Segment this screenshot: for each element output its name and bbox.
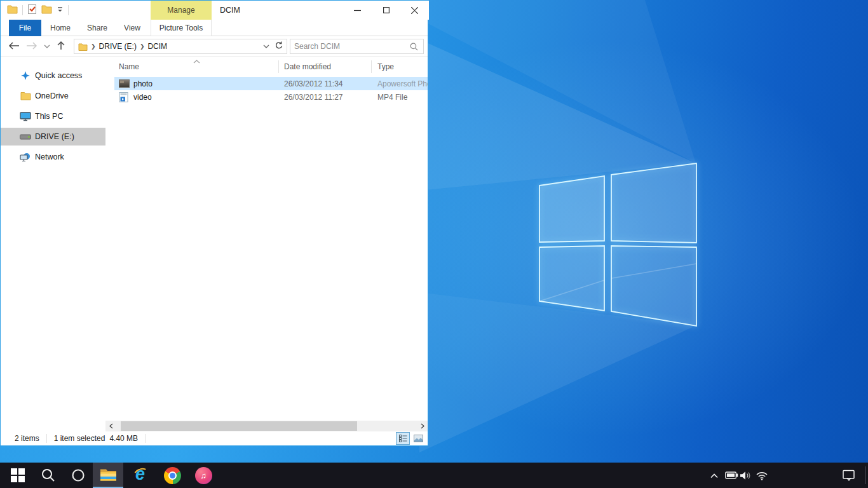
search-icon <box>41 468 55 482</box>
breadcrumb-chevron-icon: ❯ <box>137 43 148 50</box>
recent-locations-button[interactable] <box>44 42 50 51</box>
breadcrumb-drive-e[interactable]: DRIVE (E:) <box>99 42 137 51</box>
file-list: Name Date modified Type photo 26/03/2012… <box>105 57 428 421</box>
sidebar-item-onedrive[interactable]: OneDrive <box>1 87 105 105</box>
tab-home[interactable]: Home <box>44 20 77 36</box>
file-date-modified: 26/03/2012 11:27 <box>284 93 343 102</box>
status-divider <box>46 434 47 443</box>
scroll-right-arrow-icon[interactable] <box>417 421 428 431</box>
horizontal-scrollbar[interactable] <box>105 421 428 431</box>
taskbar-itunes-button[interactable]: ♫ <box>189 463 217 488</box>
tab-view[interactable]: View <box>116 20 148 36</box>
refresh-button[interactable] <box>275 41 283 51</box>
chevron-down-icon <box>263 44 269 49</box>
sidebar-item-drive-e[interactable]: DRIVE (E:) <box>1 128 105 146</box>
minimize-button[interactable] <box>343 1 372 20</box>
sidebar-item-this-pc[interactable]: This PC <box>1 107 105 125</box>
file-explorer-icon <box>100 468 117 482</box>
start-button[interactable] <box>5 463 31 488</box>
itunes-icon: ♫ <box>195 467 212 484</box>
file-row-video[interactable]: video 26/03/2012 11:27 MP4 File <box>114 90 428 104</box>
volume-tray-button[interactable] <box>737 463 754 488</box>
selection-size: 4.40 MB <box>109 434 138 443</box>
close-icon <box>411 7 418 14</box>
taskbar-internet-explorer-button[interactable]: e <box>128 463 156 488</box>
action-center-button[interactable] <box>837 463 860 488</box>
show-desktop-strip[interactable] <box>865 466 866 484</box>
sidebar-item-quick-access[interactable]: Quick access <box>1 67 105 85</box>
minimize-icon <box>354 7 361 14</box>
title-bar: Manage DCIM <box>1 1 428 20</box>
sidebar-item-label: This PC <box>35 112 63 121</box>
tab-share[interactable]: Share <box>79 20 115 36</box>
onedrive-folder-icon <box>20 92 31 100</box>
recent-locations-chevron-icon <box>44 44 50 49</box>
column-divider[interactable] <box>278 60 279 73</box>
quick-access-star-icon <box>20 71 31 81</box>
battery-icon <box>725 471 738 479</box>
forward-arrow-icon <box>26 41 37 50</box>
sidebar-item-label: Network <box>35 152 64 161</box>
taskbar-search-button[interactable] <box>36 463 61 488</box>
status-bar: 2 items 1 item selected 4.40 MB <box>1 431 428 445</box>
tab-picture-tools[interactable]: Picture Tools <box>151 20 212 36</box>
file-name: video <box>133 93 152 102</box>
column-divider[interactable] <box>371 60 372 73</box>
column-header-date-modified[interactable]: Date modified <box>284 62 331 71</box>
window-title: DCIM <box>220 6 240 15</box>
address-breadcrumb-bar[interactable]: ❯ DRIVE (E:) ❯ DCIM <box>74 39 287 54</box>
back-arrow-icon <box>8 41 20 50</box>
file-date-modified: 26/03/2012 11:34 <box>284 79 343 88</box>
breadcrumb-dcim[interactable]: DCIM <box>147 42 167 51</box>
back-button[interactable] <box>8 41 20 52</box>
selection-count: 1 item selected <box>54 434 105 443</box>
maximize-icon <box>383 7 390 13</box>
thumbnails-view-button[interactable] <box>411 432 425 445</box>
up-arrow-icon <box>57 41 65 50</box>
column-header-type[interactable]: Type <box>377 62 394 71</box>
new-folder-icon[interactable] <box>41 4 52 16</box>
close-button[interactable] <box>400 1 429 20</box>
folder-icon[interactable] <box>7 4 18 16</box>
details-view-button[interactable] <box>396 432 410 445</box>
tab-file[interactable]: File <box>9 20 41 36</box>
contextual-tab-group-manage: Manage <box>151 1 212 20</box>
column-headers: Name Date modified Type <box>105 58 428 74</box>
items-count: 2 items <box>15 434 39 443</box>
address-bar-row: ❯ DRIVE (E:) ❯ DCIM <box>1 36 428 57</box>
scrollbar-thumb[interactable] <box>121 421 357 431</box>
refresh-icon <box>275 41 283 50</box>
up-button[interactable] <box>57 41 65 52</box>
properties-check-icon[interactable] <box>27 4 37 17</box>
ribbon-tab-row: File Home Share View Picture Tools ? <box>1 20 428 36</box>
hidden-icons-button[interactable] <box>707 463 722 488</box>
folder-icon <box>74 43 88 51</box>
file-row-photo[interactable]: photo 26/03/2012 11:34 Apowersoft Pho <box>114 77 428 90</box>
cortana-circle-icon <box>71 468 85 482</box>
file-explorer-window: Manage DCIM File Home Share View Picture… <box>0 0 428 446</box>
navigation-pane: Quick access OneDrive This PC DRIVE (E:)… <box>1 57 105 421</box>
wifi-tray-button[interactable] <box>754 463 770 488</box>
drive-icon <box>20 134 31 140</box>
scroll-left-arrow-icon[interactable] <box>105 421 116 431</box>
file-name: photo <box>133 79 153 88</box>
column-header-name[interactable]: Name <box>119 62 139 71</box>
search-icon[interactable] <box>410 43 423 51</box>
search-input[interactable] <box>290 42 410 51</box>
forward-button[interactable] <box>26 41 37 52</box>
taskbar: e ♫ <box>0 463 868 488</box>
cortana-button[interactable] <box>65 463 91 488</box>
customize-toolbar-chevron-icon[interactable] <box>57 6 64 15</box>
address-dropdown-button[interactable] <box>263 42 269 51</box>
maximize-button[interactable] <box>372 1 400 20</box>
action-center-icon <box>843 470 855 482</box>
sidebar-item-label: DRIVE (E:) <box>35 132 74 141</box>
taskbar-chrome-button[interactable] <box>158 463 186 488</box>
ie-icon: e <box>133 466 151 484</box>
sidebar-item-label: OneDrive <box>35 92 69 100</box>
taskbar-file-explorer-button[interactable] <box>93 463 123 488</box>
hidden-icons-chevron-icon <box>710 473 719 478</box>
manage-label: Manage <box>167 6 194 15</box>
sidebar-item-network[interactable]: Network <box>1 148 105 166</box>
status-divider <box>145 434 146 443</box>
